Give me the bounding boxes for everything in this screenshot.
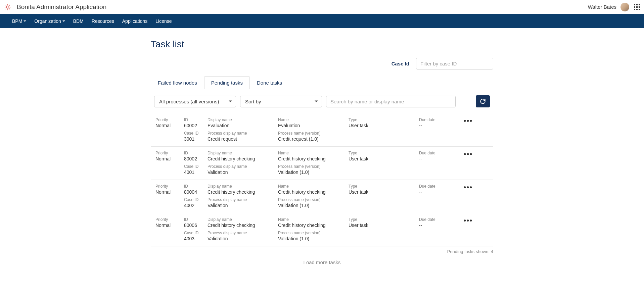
case-id-label: Case ID — [184, 231, 208, 235]
name-value: Evaluation — [278, 123, 349, 128]
task-row: PriorityNormalID80006Display nameCredit … — [151, 213, 493, 246]
cell: ID60002 — [184, 117, 208, 128]
topbar: Bonita Administrator Application Walter … — [0, 0, 644, 14]
tab-done-tasks[interactable]: Done tasks — [250, 76, 289, 89]
process-display-name-value: Validation — [208, 203, 278, 208]
cell: NameCredit history checking — [278, 217, 349, 228]
type-label: Type — [349, 151, 419, 155]
process-display-name-label: Process display name — [208, 131, 278, 136]
nav-item-license[interactable]: License — [151, 14, 176, 28]
id-label: ID — [184, 151, 208, 155]
cell: NameCredit history checking — [278, 184, 349, 195]
toolbar: All processes (all versions) Sort by — [151, 89, 493, 113]
apps-grid-icon[interactable] — [634, 4, 640, 10]
case-id-label: Case ID — [184, 164, 208, 169]
id-value: 80006 — [184, 223, 208, 228]
id-value: 80004 — [184, 189, 208, 195]
name-value: Credit history checking — [278, 223, 349, 228]
cell: Process name (version)Validation (1.0) — [278, 197, 349, 208]
cell: Process name (version)Validation (1.0) — [278, 164, 349, 175]
process-name-version-value: Validation (1.0) — [278, 203, 349, 208]
type-value: User task — [349, 223, 419, 228]
process-display-name-label: Process display name — [208, 197, 278, 202]
cell: ID80002 — [184, 151, 208, 161]
cell: Display nameCredit history checking — [208, 151, 278, 161]
cell: Process display nameValidation — [208, 164, 278, 175]
app-title: Bonita Administrator Application — [17, 3, 106, 11]
process-name-version-label: Process name (version) — [278, 231, 349, 235]
shown-count: Pending tasks shown: 4 — [151, 246, 493, 255]
process-name-version-label: Process name (version) — [278, 164, 349, 169]
case-id-value: 4001 — [184, 170, 208, 175]
name-value: Credit history checking — [278, 189, 349, 195]
case-id-input[interactable] — [416, 58, 493, 69]
sort-by-select[interactable]: Sort by — [240, 96, 322, 107]
bonita-logo-icon — [4, 3, 11, 11]
process-name-version-value: Validation (1.0) — [278, 236, 349, 241]
cell: Due date-- — [419, 117, 463, 128]
page-title: Task list — [151, 39, 493, 50]
cell: TypeUser task — [349, 151, 419, 161]
more-actions-icon[interactable]: ••• — [463, 117, 473, 128]
due-date-value: -- — [419, 189, 463, 195]
cell: NameCredit history checking — [278, 151, 349, 161]
type-value: User task — [349, 156, 419, 161]
name-label: Name — [278, 151, 349, 155]
cell: ID80004 — [184, 184, 208, 195]
nav-item-bdm[interactable]: BDM — [69, 14, 88, 28]
refresh-button[interactable] — [476, 95, 490, 107]
type-label: Type — [349, 117, 419, 122]
cell: PriorityNormal — [155, 184, 184, 195]
case-id-label: Case ID — [184, 131, 208, 136]
cell: Process name (version)Credit request (1.… — [278, 131, 349, 142]
display-name-label: Display name — [208, 117, 278, 122]
more-actions-icon[interactable]: ••• — [463, 217, 473, 228]
more-actions-icon[interactable]: ••• — [463, 151, 473, 161]
tab-failed-flow-nodes[interactable]: Failed flow nodes — [151, 76, 204, 89]
cell: Case ID3001 — [184, 131, 208, 142]
cell: NameEvaluation — [278, 117, 349, 128]
cell: Process display nameCredit request — [208, 131, 278, 142]
cell: Case ID4003 — [184, 231, 208, 241]
nav-item-bpm[interactable]: BPM — [8, 14, 30, 28]
priority-label: Priority — [155, 117, 184, 122]
due-date-label: Due date — [419, 151, 463, 155]
task-row: PriorityNormalID60002Display nameEvaluat… — [151, 113, 493, 147]
process-name-version-value: Validation (1.0) — [278, 170, 349, 175]
due-date-label: Due date — [419, 184, 463, 189]
priority-label: Priority — [155, 151, 184, 155]
priority-label: Priority — [155, 217, 184, 222]
type-label: Type — [349, 217, 419, 222]
process-name-version-value: Credit request (1.0) — [278, 136, 349, 142]
cell: Display nameCredit history checking — [208, 184, 278, 195]
nav-item-resources[interactable]: Resources — [88, 14, 118, 28]
caret-down-icon — [24, 20, 26, 22]
more-actions-icon[interactable]: ••• — [463, 184, 473, 195]
name-label: Name — [278, 117, 349, 122]
priority-value: Normal — [155, 123, 184, 128]
case-id-value: 4003 — [184, 236, 208, 241]
type-value: User task — [349, 123, 419, 128]
sort-by-select-wrapper: Sort by — [240, 96, 322, 107]
tabs: Failed flow nodesPending tasksDone tasks — [151, 76, 493, 89]
process-display-name-value: Credit request — [208, 136, 278, 142]
id-value: 60002 — [184, 123, 208, 128]
due-date-label: Due date — [419, 117, 463, 122]
search-input[interactable] — [326, 96, 456, 107]
username[interactable]: Walter Bates — [588, 4, 616, 10]
priority-value: Normal — [155, 223, 184, 228]
tab-pending-tasks[interactable]: Pending tasks — [204, 76, 250, 89]
cell: Display nameEvaluation — [208, 117, 278, 128]
avatar[interactable] — [620, 3, 629, 11]
cell: Process display nameValidation — [208, 231, 278, 241]
navbar: BPMOrganizationBDMResourcesApplicationsL… — [0, 14, 644, 28]
cell: Case ID4002 — [184, 197, 208, 208]
process-display-name-label: Process display name — [208, 164, 278, 169]
due-date-value: -- — [419, 156, 463, 161]
nav-item-organization[interactable]: Organization — [30, 14, 69, 28]
process-filter-select[interactable]: All processes (all versions) — [154, 96, 236, 107]
cell: ID80006 — [184, 217, 208, 228]
load-more-button[interactable]: Load more tasks — [151, 255, 493, 269]
nav-item-applications[interactable]: Applications — [118, 14, 152, 28]
due-date-value: -- — [419, 223, 463, 228]
